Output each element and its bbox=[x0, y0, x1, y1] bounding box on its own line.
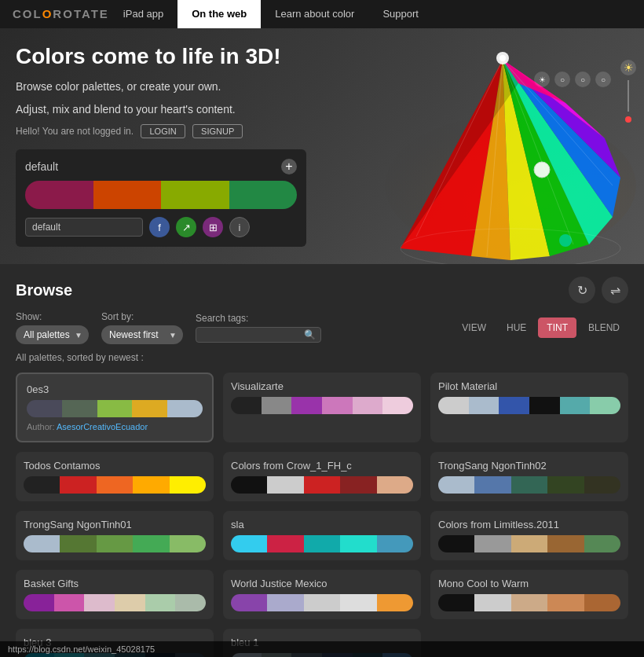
nav-learn[interactable]: Learn about color bbox=[261, 0, 368, 28]
swatch bbox=[267, 535, 303, 552]
signup-button[interactable]: SIGNUP bbox=[192, 124, 243, 138]
grid-button[interactable]: ⊞ bbox=[203, 217, 223, 237]
swatch bbox=[377, 476, 413, 494]
hero-section: ☀ ○ ○ ○ ☀ Colors come to life in 3D! Bro… bbox=[0, 28, 644, 264]
swatch bbox=[267, 476, 303, 494]
palette-title: World Justice Mexico bbox=[231, 578, 413, 589]
facebook-share-button[interactable]: f bbox=[149, 217, 170, 237]
info-control-btn[interactable]: ○ bbox=[595, 72, 611, 87]
swatch bbox=[304, 535, 340, 552]
hero-palette-card: default + f ↗ ⊞ i bbox=[16, 149, 306, 247]
featured-palette-item[interactable]: 0es3 Author: AsesorCreativoEcuador bbox=[16, 373, 214, 442]
palette-item-crow[interactable]: Colors from Crow_1_FH_c bbox=[223, 452, 421, 501]
svg-point-6 bbox=[559, 234, 572, 247]
palette-title: TrongSang NgonTinh01 bbox=[24, 519, 206, 530]
swatch-4 bbox=[229, 181, 298, 209]
share-button[interactable]: ↗ bbox=[176, 217, 196, 237]
sort-select[interactable]: Newest first Oldest first Most popular bbox=[101, 325, 183, 344]
login-button[interactable]: LOGIN bbox=[141, 124, 185, 138]
swatch bbox=[54, 594, 85, 611]
swatch-1 bbox=[25, 181, 93, 209]
swatch bbox=[547, 476, 584, 494]
swatch bbox=[340, 594, 376, 611]
swatch bbox=[474, 476, 510, 494]
sort-label: Sort by: bbox=[101, 311, 183, 322]
swatch bbox=[438, 535, 474, 552]
search-input[interactable] bbox=[201, 329, 304, 340]
palette-item-basket[interactable]: Basket Gifts bbox=[16, 570, 214, 619]
swatch bbox=[115, 594, 145, 611]
swatch bbox=[340, 476, 376, 494]
tint-button[interactable]: TINT bbox=[538, 317, 576, 338]
nav-ipad[interactable]: iPad app bbox=[109, 0, 177, 28]
show-select-wrapper: All palettes ▼ bbox=[16, 325, 89, 344]
hue-button[interactable]: HUE bbox=[498, 317, 535, 338]
filter-button[interactable]: ⇌ bbox=[602, 277, 628, 303]
browse-header: Browse ↻ ⇌ bbox=[16, 277, 628, 303]
swatch bbox=[382, 397, 413, 414]
featured-author-link[interactable]: AsesorCreativoEcuador bbox=[57, 422, 148, 431]
swatch bbox=[133, 535, 169, 552]
swatch-3 bbox=[161, 181, 229, 209]
swatch bbox=[377, 594, 413, 611]
swatch bbox=[24, 476, 60, 494]
svg-point-0 bbox=[385, 115, 636, 256]
palette-grid: 0es3 Author: AsesorCreativoEcuador Visua… bbox=[16, 373, 628, 657]
nav-web[interactable]: On the web bbox=[177, 0, 261, 28]
swatch bbox=[291, 397, 322, 414]
swatch bbox=[24, 535, 60, 552]
palette-item-todos[interactable]: Todos Contamos bbox=[16, 452, 214, 501]
status-bar: https://blog.csdn.net/weixin_45028175 bbox=[0, 641, 644, 657]
palette-item-trong01[interactable]: TrongSang NgonTinh01 bbox=[16, 511, 214, 560]
browse-section: Browse ↻ ⇌ Show: All palettes ▼ Sort by:… bbox=[0, 264, 644, 657]
nav-logo: COLOROTATE bbox=[13, 7, 109, 21]
sort-select-wrapper: Newest first Oldest first Most popular ▼ bbox=[101, 325, 183, 344]
palette-item-world-justice[interactable]: World Justice Mexico bbox=[223, 570, 421, 619]
palette-item-visualizarte[interactable]: Visualizarte bbox=[223, 373, 421, 442]
palette-name-input[interactable] bbox=[25, 218, 143, 237]
browse-title: Browse bbox=[16, 281, 72, 299]
swatch bbox=[584, 594, 620, 611]
show-select[interactable]: All palettes bbox=[16, 325, 89, 344]
settings-control-btn[interactable]: ○ bbox=[575, 72, 591, 87]
swatch bbox=[511, 594, 547, 611]
palette-add-button[interactable]: + bbox=[281, 159, 297, 174]
palette-swatches bbox=[231, 476, 413, 494]
search-wrapper: 🔍 bbox=[196, 327, 321, 343]
palette-swatches bbox=[24, 594, 206, 611]
palette-swatches bbox=[438, 535, 620, 552]
sun-control-btn[interactable]: ☀ bbox=[534, 72, 550, 87]
search-icon[interactable]: 🔍 bbox=[304, 329, 316, 340]
palette-title: TrongSang NgonTinh02 bbox=[438, 460, 620, 472]
palette-item-limitless[interactable]: Colors from Limitless.2011 bbox=[430, 511, 628, 560]
swatch bbox=[340, 535, 376, 552]
sort-control-group: Sort by: Newest first Oldest first Most … bbox=[101, 311, 183, 344]
nav-links: iPad app On the web Learn about color Su… bbox=[109, 0, 433, 28]
info-button[interactable]: i bbox=[229, 217, 250, 237]
hero-view-controls: ☀ ○ ○ ○ ☀ bbox=[534, 36, 636, 123]
palette-item-mono-cool[interactable]: Mono Cool to Warm bbox=[430, 570, 628, 619]
palette-title: Mono Cool to Warm bbox=[438, 578, 620, 589]
refresh-button[interactable]: ↻ bbox=[569, 277, 595, 303]
palette-item-trong02[interactable]: TrongSang NgonTinh02 bbox=[430, 452, 628, 501]
swatch bbox=[511, 535, 547, 552]
hero-title: Colors come to life in 3D! bbox=[16, 44, 330, 69]
show-label: Show: bbox=[16, 311, 89, 322]
view-button[interactable]: VIEW bbox=[453, 317, 495, 338]
brightness-control[interactable]: ☀ bbox=[620, 60, 636, 75]
swatch bbox=[267, 594, 303, 611]
nav-support[interactable]: Support bbox=[368, 0, 433, 28]
rotate-control-btn[interactable]: ○ bbox=[554, 72, 570, 87]
svg-point-4 bbox=[534, 162, 550, 178]
palette-item-pilot[interactable]: Pilot Material bbox=[430, 373, 628, 442]
swatch bbox=[231, 535, 267, 552]
search-group: Search tags: 🔍 bbox=[196, 313, 321, 343]
palette-title: Pilot Material bbox=[438, 380, 620, 392]
swatch bbox=[175, 594, 206, 611]
swatch bbox=[304, 594, 340, 611]
blend-button[interactable]: BLEND bbox=[580, 317, 628, 338]
palette-item-sla[interactable]: sla bbox=[223, 511, 421, 560]
palette-swatches bbox=[231, 397, 413, 414]
swatch bbox=[469, 397, 499, 414]
svg-line-8 bbox=[487, 60, 503, 256]
